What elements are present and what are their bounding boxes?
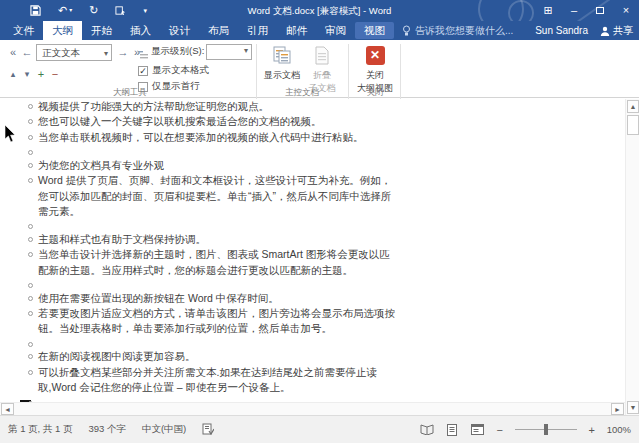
outline-paragraph[interactable]: 若要更改图片适应文档的方式，请单击该图片，图片旁边将会显示布局选项按钮。当处理表… bbox=[0, 306, 400, 337]
paragraph-text[interactable]: 当您单击设计并选择新的主题时，图片、图表或 SmartArt 图形将会更改以匹配… bbox=[38, 247, 396, 278]
outline-bullet-icon[interactable] bbox=[28, 163, 33, 168]
paragraph-text[interactable]: Word 提供了页眉、页脚、封面和文本框设计，这些设计可互为补充。例如，您可以添… bbox=[38, 173, 396, 219]
outline-paragraph[interactable] bbox=[0, 219, 400, 232]
paragraph-text[interactable]: 您也可以键入一个关键字以联机搜索最适合您的文档的视频。 bbox=[38, 114, 396, 129]
tab-references[interactable]: 引用 bbox=[238, 21, 277, 40]
outline-paragraph[interactable]: 使用在需要位置出现的新按钮在 Word 中保存时间。 bbox=[0, 291, 400, 306]
paragraph-text[interactable]: 视频提供了功能强大的方法帮助您证明您的观点。 bbox=[38, 99, 396, 114]
zoom-in-icon[interactable]: + bbox=[587, 424, 597, 436]
outline-bullet-icon[interactable] bbox=[28, 252, 33, 257]
outline-paragraph[interactable]: 您也可以键入一个关键字以联机搜索最适合您的文档的视频。 bbox=[0, 114, 400, 129]
paragraph-text[interactable]: 在新的阅读视图中阅读更加容易。 bbox=[38, 349, 396, 364]
outline-bullet-icon[interactable] bbox=[28, 150, 33, 155]
page-indicator[interactable]: 第 1 页, 共 1 页 bbox=[8, 423, 72, 436]
tab-outline[interactable]: 大纲 bbox=[43, 21, 82, 40]
outline-bullet-icon[interactable] bbox=[28, 104, 33, 109]
paragraph-text[interactable]: 为使您的文档具有专业外观 bbox=[38, 158, 396, 173]
paragraph-text[interactable]: 若要更改图片适应文档的方式，请单击该图片，图片旁边将会显示布局选项按钮。当处理表… bbox=[38, 306, 396, 337]
paragraph-text[interactable]: 当您单击联机视频时，可以在想要添加的视频的嵌入代码中进行粘贴。 bbox=[38, 130, 396, 145]
tell-me-box[interactable]: 告诉我您想要做什么... bbox=[394, 21, 521, 40]
status-bar: 第 1 页, 共 1 页 393 个字 中文(中国) − + 100% bbox=[0, 415, 639, 443]
outline-paragraph[interactable]: 在新的阅读视图中阅读更加容易。 bbox=[0, 349, 400, 364]
tab-view[interactable]: 视图 bbox=[355, 22, 394, 39]
outline-level-select[interactable]: 正文文本 ▾ bbox=[36, 44, 112, 61]
outline-paragraph[interactable]: 可以折叠文档某些部分并关注所需文本.如果在达到结尾处之前需要停止读取,Word … bbox=[0, 365, 400, 396]
vertical-scrollbar[interactable]: ▲ ▼ bbox=[625, 99, 639, 415]
show-text-formatting-checkbox[interactable]: ✓ 显示文本格式 bbox=[138, 64, 209, 77]
demote-button[interactable]: → bbox=[116, 45, 130, 59]
show-document-label: 显示文档 bbox=[264, 70, 300, 80]
ribbon-display-options-icon[interactable]: ⊞ bbox=[535, 0, 561, 21]
tell-me-placeholder: 告诉我您想要做什么... bbox=[415, 24, 513, 38]
promote-button[interactable]: ← bbox=[20, 45, 34, 59]
show-document-button[interactable]: 显示文档 bbox=[258, 43, 306, 82]
zoom-level[interactable]: 100% bbox=[607, 424, 631, 435]
tab-design[interactable]: 设计 bbox=[160, 21, 199, 40]
zoom-slider-thumb[interactable] bbox=[544, 424, 548, 435]
scroll-right-icon[interactable]: ► bbox=[611, 403, 624, 415]
outline-paragraph[interactable]: 视频提供了功能强大的方法帮助您证明您的观点。 bbox=[0, 99, 400, 114]
outline-paragraph[interactable]: 当您单击设计并选择新的主题时，图片、图表或 SmartArt 图形将会更改以匹配… bbox=[0, 247, 400, 278]
share-button[interactable]: 共享 bbox=[600, 24, 633, 38]
outline-paragraph[interactable]: 为使您的文档具有专业外观 bbox=[0, 158, 400, 173]
status-right: − + 100% bbox=[420, 416, 631, 443]
outline-paragraph[interactable]: 主题和样式也有助于文档保持协调。 bbox=[0, 232, 400, 247]
tab-insert[interactable]: 插入 bbox=[121, 21, 160, 40]
outline-bullet-icon[interactable] bbox=[28, 283, 33, 288]
move-down-button[interactable]: ▾ bbox=[20, 67, 34, 81]
scroll-up-icon[interactable]: ▲ bbox=[627, 100, 639, 113]
paragraph-text[interactable]: 使用在需要位置出现的新按钮在 Word 中保存时间。 bbox=[38, 291, 396, 306]
outline-paragraph[interactable]: 当您单击联机视频时，可以在想要添加的视频的嵌入代码中进行粘贴。 bbox=[0, 130, 400, 145]
collapse-button[interactable]: − bbox=[48, 67, 62, 81]
tab-review[interactable]: 审阅 bbox=[316, 21, 355, 40]
outline-bullet-icon[interactable] bbox=[28, 237, 33, 242]
language-indicator[interactable]: 中文(中国) bbox=[142, 423, 186, 436]
window-controls: ⊞ – × bbox=[535, 0, 639, 21]
outline-bullet-icon[interactable] bbox=[28, 370, 33, 375]
outline-bullet-icon[interactable] bbox=[28, 311, 33, 316]
tab-layout[interactable]: 布局 bbox=[199, 21, 238, 40]
outline-bullet-icon[interactable] bbox=[28, 224, 33, 229]
word-count[interactable]: 393 个字 bbox=[88, 423, 126, 436]
scroll-down-icon[interactable]: ▼ bbox=[627, 401, 639, 414]
minimize-icon[interactable]: – bbox=[561, 0, 587, 21]
tab-home[interactable]: 开始 bbox=[82, 21, 121, 40]
paragraph-text[interactable]: 可以折叠文档某些部分并关注所需文本.如果在达到结尾处之前需要停止读取,Word … bbox=[38, 365, 396, 396]
document-canvas[interactable]: 视频提供了功能强大的方法帮助您证明您的观点。 您也可以键入一个关键字以联机搜索最… bbox=[0, 99, 625, 415]
chevron-down-icon: ▾ bbox=[244, 46, 248, 55]
checkbox-icon[interactable]: ✓ bbox=[138, 66, 148, 76]
zoom-out-icon[interactable]: − bbox=[495, 424, 505, 436]
tab-mailings[interactable]: 邮件 bbox=[277, 21, 316, 40]
outline-paragraph[interactable] bbox=[0, 278, 400, 291]
outline-paragraph[interactable] bbox=[0, 337, 400, 350]
collapse-subdocuments-label: 折叠 bbox=[302, 69, 342, 82]
vertical-scrollbar-thumb[interactable] bbox=[627, 115, 639, 135]
outline-bullet-icon[interactable] bbox=[28, 135, 33, 140]
user-name[interactable]: Sun Sandra bbox=[535, 25, 588, 36]
move-up-button[interactable]: ▴ bbox=[6, 67, 20, 81]
horizontal-scrollbar[interactable]: ◄ ► bbox=[0, 402, 625, 415]
collapse-subdocuments-icon bbox=[302, 43, 342, 67]
outline-bullet-icon[interactable] bbox=[28, 296, 33, 301]
show-level-select[interactable]: ▾ bbox=[206, 44, 252, 60]
outline-paragraph[interactable] bbox=[0, 145, 400, 158]
outline-bullet-icon[interactable] bbox=[28, 354, 33, 359]
outline-paragraph[interactable]: Word 提供了页眉、页脚、封面和文本框设计，这些设计可互为补充。例如，您可以添… bbox=[0, 173, 400, 219]
outline-bullet-icon[interactable] bbox=[28, 178, 33, 183]
read-mode-icon[interactable] bbox=[420, 423, 435, 436]
promote-to-heading1-button[interactable]: « bbox=[6, 45, 20, 59]
print-layout-icon[interactable] bbox=[445, 423, 460, 436]
outline-bullet-icon[interactable] bbox=[28, 342, 33, 347]
show-text-formatting-label: 显示文本格式 bbox=[152, 64, 209, 77]
zoom-slider[interactable] bbox=[515, 429, 577, 430]
paragraph-text[interactable]: 主题和样式也有助于文档保持协调。 bbox=[38, 232, 396, 247]
proofing-status-icon[interactable] bbox=[202, 423, 214, 437]
expand-button[interactable]: + bbox=[34, 67, 48, 81]
outline-bullet-icon[interactable] bbox=[28, 119, 33, 124]
restore-icon[interactable] bbox=[587, 0, 613, 21]
share-label: 共享 bbox=[613, 24, 633, 38]
web-layout-icon[interactable] bbox=[470, 423, 485, 436]
tab-file[interactable]: 文件 bbox=[4, 21, 43, 40]
close-icon[interactable]: × bbox=[613, 0, 639, 21]
scroll-left-icon[interactable]: ◄ bbox=[1, 403, 14, 415]
